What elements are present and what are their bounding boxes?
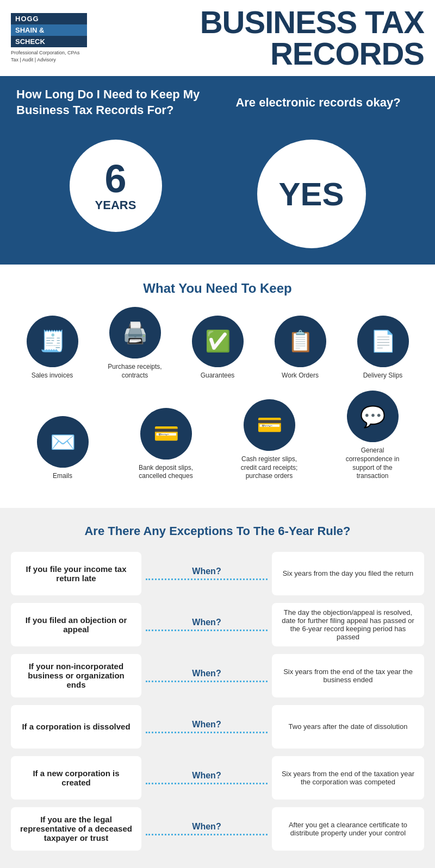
blue-banner: How Long Do I Need to Keep My Business T… (0, 76, 435, 129)
exception-answer: Six years from the end of the taxation y… (272, 756, 424, 800)
exception-answer: Two years after the date of dissolution (272, 705, 424, 749)
icon-circle: ✅ (192, 316, 244, 367)
dotted-line (146, 783, 268, 784)
logo-tagline: Professional Corporation, CPAs Tax | Aud… (11, 49, 87, 63)
exception-answer: The day the objection/appeal is resolved… (272, 603, 424, 646)
icon-circle: 🖨️ (109, 307, 161, 358)
icon-circle: 📄 (357, 316, 409, 367)
yes-circle: YES (257, 140, 366, 248)
exception-connector: When? (141, 567, 272, 580)
icon-label: Delivery Slips (363, 372, 403, 380)
when-label: When? (192, 771, 221, 781)
icon-item-r2-1: 💳 Bank deposit slips, cancelled cheques (130, 408, 201, 481)
exception-row-4: If a new corporation is created When? Si… (11, 756, 424, 800)
icon-item-r2-2: 💳 Cash register slips, credit card recei… (234, 399, 304, 481)
exception-condition: If you file your income tax return late (11, 552, 141, 595)
keep-section: What You Need To Keep 🧾 Sales invoices 🖨… (0, 265, 435, 508)
logo: HOGG SHAIN & SCHECK Professional Corpora… (11, 13, 87, 63)
exception-connector: When? (141, 822, 272, 835)
icon-item-r2-0: ✉️ Emails (27, 416, 98, 481)
exception-connector: When? (141, 720, 272, 733)
exception-row-0: If you file your income tax return late … (11, 552, 424, 595)
exceptions-title: Are There Any Exceptions To The 6-Year R… (11, 524, 424, 538)
icon-circle: 💳 (244, 399, 295, 451)
logo-line3: SCHECK (11, 36, 87, 47)
dotted-line (146, 578, 268, 580)
exception-answer: Six years from the end of the tax year t… (272, 654, 424, 697)
icon-label: Guarantees (201, 372, 235, 380)
icon-item-r2-3: 💬 General correspondence in support of t… (337, 391, 408, 480)
years-circle: 6 YEARS (70, 140, 162, 232)
when-label: When? (192, 618, 221, 627)
header: HOGG SHAIN & SCHECK Professional Corpora… (0, 0, 435, 76)
icon-circle: ✉️ (37, 416, 89, 468)
when-label: When? (192, 720, 221, 729)
icon-label: Bank deposit slips, cancelled cheques (130, 464, 201, 481)
exception-connector: When? (141, 669, 272, 682)
exception-connector: When? (141, 771, 272, 784)
exception-row-2: If your non-incorporated business or org… (11, 654, 424, 697)
logo-line2: SHAIN & (11, 24, 87, 36)
when-label: When? (192, 567, 221, 576)
when-label: When? (192, 669, 221, 678)
icon-item-2: ✅ Guarantees (182, 316, 253, 380)
icon-item-3: 📋 Work Orders (265, 316, 335, 380)
icon-item-0: 🧾 Sales invoices (17, 316, 88, 380)
icons-row-2: ✉️ Emails 💳 Bank deposit slips, cancelle… (11, 391, 424, 480)
exception-condition: If your non-incorporated business or org… (11, 654, 141, 697)
banner-question1: How Long Do I Need to Keep My Business T… (16, 87, 217, 118)
icon-circle: 🧾 (27, 316, 78, 367)
banner-question2: Are electronic records okay? (217, 96, 419, 110)
dotted-line (146, 732, 268, 733)
exception-condition: If a corporation is dissolved (11, 705, 141, 749)
logo-line1: HOGG (11, 13, 87, 24)
icon-item-4: 📄 Delivery Slips (347, 316, 418, 380)
keep-title: What You Need To Keep (11, 281, 424, 296)
exception-condition: If you filed an objection or appeal (11, 603, 141, 646)
exception-connector: When? (141, 618, 272, 631)
icon-circle: 💳 (140, 408, 192, 460)
dotted-line (146, 834, 268, 835)
icon-label: Work Orders (282, 372, 319, 380)
exception-answer: Six years from the day you filed the ret… (272, 552, 424, 595)
icon-circle: 📋 (275, 316, 326, 367)
when-label: When? (192, 822, 221, 832)
icon-label: Purchase receipts, contracts (100, 363, 170, 380)
exception-row-3: If a corporation is dissolved When? Two … (11, 705, 424, 749)
icon-label: General correspondence in support of the… (337, 446, 408, 480)
main-title: BUSINESS TAX RECORDS (87, 7, 424, 70)
dotted-line (146, 630, 268, 631)
exceptions-section: Are There Any Exceptions To The 6-Year R… (0, 508, 435, 868)
icon-item-1: 🖨️ Purchase receipts, contracts (100, 307, 170, 380)
icons-row-1: 🧾 Sales invoices 🖨️ Purchase receipts, c… (11, 307, 424, 380)
main-title-area: BUSINESS TAX RECORDS (87, 7, 424, 70)
exception-condition: If a new corporation is created (11, 756, 141, 800)
icon-circle: 💬 (347, 391, 399, 442)
icon-label: Sales invoices (32, 372, 73, 380)
exception-answer: After you get a clearance certificate to… (272, 807, 424, 851)
icon-label: Cash register slips, credit card receipt… (234, 455, 304, 481)
exception-row-5: If you are the legal representative of a… (11, 807, 424, 851)
dotted-line (146, 681, 268, 682)
exception-row-1: If you filed an objection or appeal When… (11, 603, 424, 646)
exception-condition: If you are the legal representative of a… (11, 807, 141, 851)
icon-label: Emails (53, 472, 72, 481)
answer-circles: 6 YEARS YES (0, 129, 435, 265)
